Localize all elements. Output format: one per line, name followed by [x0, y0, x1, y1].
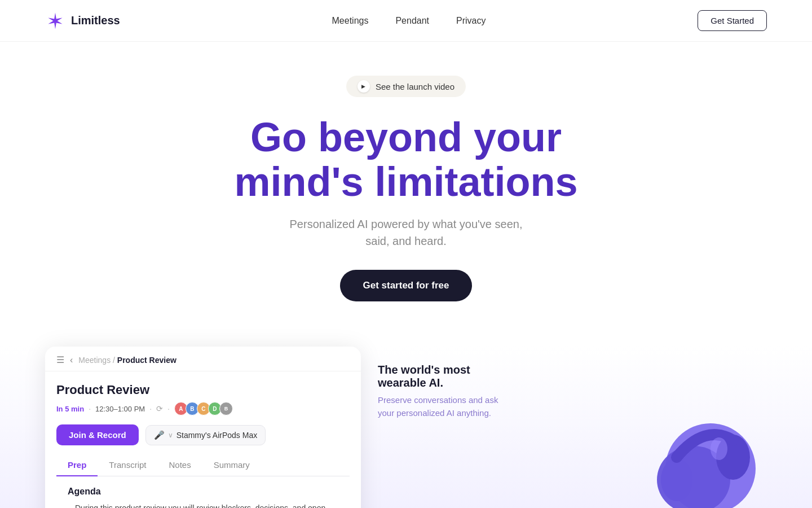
meta-dot-1: · — [89, 404, 91, 413]
mic-icon: 🎤 — [154, 430, 165, 440]
meeting-tabs: Prep Transcript Notes Summary — [56, 454, 350, 476]
chevron-down-icon-small: ∨ — [168, 431, 173, 439]
nav-item-meetings[interactable]: Meetings — [332, 16, 369, 26]
hero-title-line2: mind's limitations — [234, 159, 577, 204]
meeting-title: Product Review — [56, 383, 350, 397]
logo-text: Limitless — [71, 14, 120, 27]
agenda-bullet: • — [68, 503, 70, 508]
meeting-actions: Join & Record 🎤 ∨ Stammy's AirPods Max — [56, 424, 350, 445]
right-area: The world's most wearable AI. Preserve c… — [361, 347, 767, 508]
meeting-time-range: 12:30–1:00 PM — [95, 405, 145, 413]
right-panel-subtitle: Preserve conversations and ask your pers… — [378, 394, 502, 419]
meta-dot-3: · — [167, 404, 170, 413]
agenda-item-text: During this product review you will revi… — [75, 502, 338, 508]
app-card: ☰ ‹ Meetings / Product Review Product Re… — [45, 347, 361, 508]
hamburger-icon[interactable]: ☰ — [56, 354, 64, 365]
right-panel-title: The world's most wearable AI. — [378, 364, 502, 389]
nav-item-privacy[interactable]: Privacy — [456, 16, 486, 26]
logo-icon — [45, 11, 65, 31]
meeting-content: Agenda • During this product review you … — [56, 476, 350, 508]
launch-badge-text: See the launch video — [376, 82, 454, 91]
breadcrumb-parent: Meetings — [78, 356, 111, 365]
pendant-image — [620, 367, 767, 508]
participant-avatars: A B C D B — [174, 402, 233, 415]
svg-point-3 — [661, 458, 692, 501]
audio-selector[interactable]: 🎤 ∨ Stammy's AirPods Max — [145, 425, 266, 445]
agenda-heading: Agenda — [68, 487, 338, 497]
hero-section: ▶ See the launch video Go beyond your mi… — [0, 42, 812, 324]
agenda-item-1: • During this product review you will re… — [68, 502, 338, 508]
nav-links: Meetings Pendant Privacy — [332, 16, 486, 26]
app-card-header: ☰ ‹ Meetings / Product Review — [45, 347, 361, 371]
tab-transcript[interactable]: Transcript — [98, 454, 157, 476]
right-panel: The world's most wearable AI. Preserve c… — [361, 347, 519, 436]
tab-notes[interactable]: Notes — [157, 454, 202, 476]
meeting-meta: In 5 min · 12:30–1:00 PM · ⟳ · A B C D B — [56, 402, 350, 415]
hero-title: Go beyond your mind's limitations — [234, 115, 577, 204]
breadcrumb-separator: / — [113, 356, 115, 365]
app-card-body: Product Review In 5 min · 12:30–1:00 PM … — [45, 371, 361, 508]
launch-video-button[interactable]: ▶ See the launch video — [346, 76, 466, 97]
breadcrumb-current: Product Review — [117, 356, 176, 365]
sync-icon: ⟳ — [156, 404, 163, 413]
svg-point-4 — [710, 437, 727, 460]
avatar-5: B — [219, 402, 233, 415]
in-5-min-badge: In 5 min — [56, 405, 84, 413]
audio-device-name: Stammy's AirPods Max — [176, 431, 258, 440]
meta-dot-2: · — [149, 404, 152, 413]
hero-subtitle: Personalized AI powered by what you've s… — [282, 216, 530, 249]
hero-cta-button[interactable]: Get started for free — [340, 270, 471, 301]
breadcrumb: Meetings / Product Review — [78, 356, 176, 365]
play-icon: ▶ — [358, 80, 370, 93]
hero-title-line1: Go beyond your — [250, 115, 562, 160]
demo-section: ☰ ‹ Meetings / Product Review Product Re… — [0, 324, 812, 508]
navbar: Limitless Meetings Pendant Privacy Get S… — [0, 0, 812, 42]
nav-get-started-button[interactable]: Get Started — [698, 10, 767, 31]
nav-item-pendant[interactable]: Pendant — [395, 16, 429, 26]
back-icon[interactable]: ‹ — [70, 355, 73, 365]
tab-prep[interactable]: Prep — [56, 454, 98, 476]
logo[interactable]: Limitless — [45, 11, 120, 31]
join-record-button[interactable]: Join & Record — [56, 424, 139, 445]
tab-summary[interactable]: Summary — [202, 454, 261, 476]
